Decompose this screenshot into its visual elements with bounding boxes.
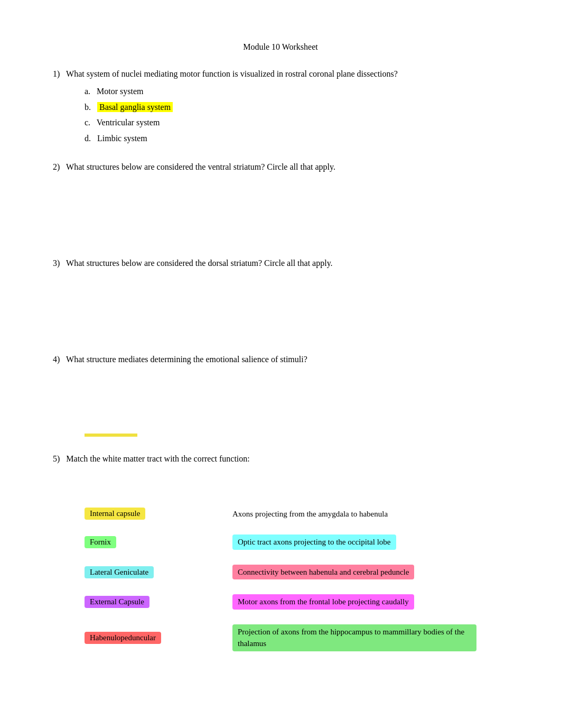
q4-answer-space — [53, 370, 508, 434]
q3-body: What structures below are considered the… — [66, 259, 333, 268]
q3-answer-space — [53, 274, 508, 337]
matching-row-3: Lateral Geniculate Connectivity between … — [53, 565, 508, 580]
answer-1c-text: Ventricular system — [97, 118, 160, 127]
match-left-1: Internal capsule — [85, 508, 232, 520]
question-3: 3) What structures below are considered … — [53, 257, 508, 337]
left-badge-2: Fornix — [85, 536, 116, 548]
page-title: Module 10 Worksheet — [53, 42, 508, 52]
q2-body: What structures below are considered the… — [66, 162, 335, 171]
question-5-text: 5) Match the white matter tract with the… — [53, 453, 508, 465]
answer-1b-letter: b. — [85, 103, 91, 112]
answer-underline — [85, 434, 137, 437]
match-left-4: External Capsule — [85, 596, 232, 608]
q1-number: 1) — [53, 69, 60, 78]
answer-list-1: a. Motor system b. Basal ganglia system … — [53, 85, 508, 145]
matching-row-2: Fornix Optic tract axons projecting to t… — [53, 535, 508, 550]
answer-1a: a. Motor system — [85, 85, 508, 98]
right-text-3: Connectivity between habenula and cerebr… — [232, 565, 414, 580]
matching-top-space — [53, 476, 508, 508]
question-1-text: 1) What system of nuclei mediating motor… — [53, 68, 508, 80]
q4-body: What structure mediates determining the … — [66, 355, 307, 364]
match-right-4: Motor axons from the frontal lobe projec… — [232, 594, 508, 610]
match-left-2: Fornix — [85, 536, 232, 548]
match-right-1: Axons projecting from the amygdala to ha… — [232, 508, 508, 520]
question-1: 1) What system of nuclei mediating motor… — [53, 68, 508, 145]
matching-row-5: Habenulopeduncular Projection of axons f… — [53, 624, 508, 651]
left-badge-5: Habenulopeduncular — [85, 632, 161, 644]
answer-1d: d. Limbic system — [85, 132, 508, 145]
question-4-text: 4) What structure mediates determining t… — [53, 353, 508, 366]
question-5: 5) Match the white matter tract with the… — [53, 453, 508, 651]
match-right-2: Optic tract axons projecting to the occi… — [232, 535, 508, 550]
answer-1d-text: Limbic system — [97, 134, 147, 143]
left-badge-1: Internal capsule — [85, 508, 145, 520]
question-4: 4) What structure mediates determining t… — [53, 353, 508, 437]
match-right-3: Connectivity between habenula and cerebr… — [232, 565, 508, 580]
match-left-5: Habenulopeduncular — [85, 632, 232, 644]
q1-body: What system of nuclei mediating motor fu… — [66, 69, 398, 78]
q2-number: 2) — [53, 162, 60, 171]
left-badge-4: External Capsule — [85, 596, 149, 608]
answer-1b: b. Basal ganglia system — [85, 100, 508, 114]
left-badge-3: Lateral Geniculate — [85, 566, 154, 578]
match-right-5: Projection of axons from the hippocampus… — [232, 624, 508, 651]
answer-1d-letter: d. — [85, 134, 91, 143]
answer-1c-letter: c. — [85, 118, 90, 127]
q3-number: 3) — [53, 259, 60, 268]
question-2: 2) What structures below are considered … — [53, 161, 508, 241]
right-text-4: Motor axons from the frontal lobe projec… — [232, 594, 414, 610]
answer-1a-letter: a. — [85, 87, 90, 96]
q4-number: 4) — [53, 355, 60, 364]
answer-1a-text: Motor system — [97, 87, 143, 96]
right-text-2: Optic tract axons projecting to the occi… — [232, 535, 396, 550]
match-left-3: Lateral Geniculate — [85, 566, 232, 578]
matching-row-4: External Capsule Motor axons from the fr… — [53, 594, 508, 610]
q2-answer-space — [53, 178, 508, 241]
question-2-text: 2) What structures below are considered … — [53, 161, 508, 173]
answer-1b-text: Basal ganglia system — [97, 102, 173, 112]
right-text-5: Projection of axons from the hippocampus… — [232, 624, 476, 651]
q5-number: 5) — [53, 454, 60, 463]
q5-body: Match the white matter tract with the co… — [66, 454, 249, 463]
matching-row-1: Internal capsule Axons projecting from t… — [53, 508, 508, 520]
matching-section: Internal capsule Axons projecting from t… — [53, 476, 508, 651]
question-3-text: 3) What structures below are considered … — [53, 257, 508, 270]
answer-1c: c. Ventricular system — [85, 116, 508, 130]
right-text-1: Axons projecting from the amygdala to ha… — [232, 510, 388, 518]
